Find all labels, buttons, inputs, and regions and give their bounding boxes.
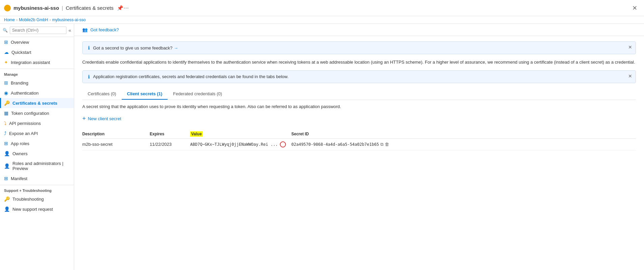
- sidebar-item-troubleshooting[interactable]: 🔑 Troubleshooting: [0, 194, 74, 204]
- cell-expires: 11/22/2023: [150, 138, 190, 150]
- sidebar-item-owners[interactable]: 👤 Owners: [0, 148, 74, 159]
- tab-client-secrets[interactable]: Client secrets (1): [122, 89, 168, 100]
- integration-icon: ✦: [4, 60, 8, 65]
- expose-api-icon: ⤴: [4, 131, 6, 136]
- feedback-link[interactable]: Got feedback?: [90, 27, 119, 32]
- banner2-close[interactable]: ✕: [628, 73, 632, 79]
- banner1-text: Got a second to give us some feedback? →: [93, 45, 178, 50]
- banner1-close[interactable]: ✕: [628, 44, 632, 50]
- title-separator: |: [62, 5, 63, 11]
- sidebar-section-support: Support + Troubleshooting: [0, 185, 74, 194]
- sidebar-item-api-permissions[interactable]: ⤵ API permissions: [0, 118, 74, 128]
- tabs: Certificates (0) Client secrets (1) Fede…: [82, 89, 636, 100]
- cell-value: ABD7Q~GKx~TJLWyqj0jjENaWWOay.Rei ...: [190, 138, 291, 150]
- main-content: 👥 Got feedback? ℹ Got a second to give u…: [74, 24, 644, 270]
- more-button[interactable]: ⋯: [123, 5, 129, 11]
- sidebar-item-roles-admin[interactable]: 👤 Roles and administrators | Preview: [0, 159, 74, 173]
- description-text: Credentials enable confidential applicat…: [82, 59, 636, 66]
- tab-certificates[interactable]: Certificates (0): [82, 89, 122, 100]
- info-banner: ℹ Application registration certificates,…: [82, 70, 636, 83]
- col-secret-id: Secret ID: [291, 130, 636, 139]
- copy-warning-circle: [280, 141, 286, 147]
- tab-description: A secret string that the application use…: [82, 104, 636, 109]
- tab-federated[interactable]: Federated credentials (0): [168, 89, 227, 100]
- sidebar-item-token-config[interactable]: ▦ Token configuration: [0, 108, 74, 118]
- sidebar-item-branding[interactable]: ⊞ Branding: [0, 78, 74, 88]
- banner2-icon: ℹ: [88, 74, 90, 79]
- banner1-icon: ℹ: [88, 45, 90, 50]
- roles-admin-icon: 👤: [4, 163, 10, 169]
- cell-description: m2b-sso-secret: [82, 138, 150, 150]
- search-icon: 🔍: [3, 28, 8, 33]
- breadcrumb-current: mybusiness-ai-sso: [52, 18, 86, 22]
- sidebar-item-app-roles[interactable]: ⊞ App roles: [0, 138, 74, 148]
- certificates-icon: 🔑: [4, 100, 10, 106]
- app-roles-icon: ⊞: [4, 141, 8, 146]
- search-input[interactable]: [10, 27, 66, 34]
- breadcrumb-org[interactable]: Mobile2b GmbH: [19, 18, 48, 22]
- secrets-table: Description Expires Value Secret ID m2b-…: [82, 130, 636, 150]
- authentication-icon: ◉: [4, 90, 8, 96]
- overview-icon: ⊞: [4, 39, 8, 45]
- branding-icon: ⊞: [4, 80, 8, 86]
- sidebar-item-integration[interactable]: ✦ Integration assistant: [0, 57, 74, 67]
- col-expires: Expires: [150, 130, 190, 139]
- close-button[interactable]: ✕: [630, 3, 640, 13]
- sidebar-item-authentication[interactable]: ◉ Authentication: [0, 88, 74, 98]
- sidebar-item-new-support[interactable]: 👤 New support request: [0, 204, 74, 214]
- sidebar-section-manage: Manage: [0, 69, 74, 78]
- sidebar-item-quickstart[interactable]: ☁ Quickstart: [0, 47, 74, 57]
- troubleshooting-icon: 🔑: [4, 196, 10, 202]
- breadcrumb: Home › Mobile2b GmbH › mybusiness-ai-sso: [0, 16, 644, 24]
- sidebar-item-expose-api[interactable]: ⤴ Expose an API: [0, 128, 74, 138]
- token-config-icon: ▦: [4, 110, 8, 116]
- breadcrumb-home[interactable]: Home: [4, 18, 15, 22]
- col-description: Description: [82, 130, 150, 139]
- feedback-banner: ℹ Got a second to give us some feedback?…: [82, 41, 636, 54]
- banner2-text: Application registration certificates, s…: [93, 74, 289, 79]
- new-secret-button[interactable]: + New client secret: [82, 113, 121, 124]
- app-name: mybusiness-ai-sso: [13, 5, 59, 11]
- sidebar-item-manifest[interactable]: ⊞ Manifest: [0, 173, 74, 183]
- owners-icon: 👤: [4, 151, 10, 156]
- manifest-icon: ⊞: [4, 176, 8, 181]
- cell-secret-id: 02a49570-9868-4a4d-a6a5-54a02b7e1b65 ⧉ 🗑: [291, 138, 636, 150]
- new-support-icon: 👤: [4, 206, 10, 212]
- app-icon: [4, 5, 11, 11]
- table-row: m2b-sso-secret 11/22/2023 ABD7Q~GKx~TJLW…: [82, 138, 636, 150]
- sidebar-collapse-button[interactable]: «: [68, 28, 71, 33]
- page-title: Certificates & secrets: [66, 5, 114, 11]
- value-text: ABD7Q~GKx~TJLWyqj0jjENaWWOay.Rei ...: [190, 142, 278, 147]
- plus-icon: +: [82, 115, 86, 122]
- sidebar: 🔍 « ⊞ Overview ☁ Quickstart ✦ Integratio…: [0, 24, 74, 270]
- sidebar-item-overview[interactable]: ⊞ Overview: [0, 37, 74, 47]
- quickstart-icon: ☁: [4, 49, 9, 55]
- col-value: Value: [190, 130, 291, 139]
- copy-secret-id-button[interactable]: ⧉: [380, 142, 383, 147]
- sidebar-item-certificates[interactable]: 🔑 Certificates & secrets: [0, 98, 74, 108]
- api-permissions-icon: ⤵: [4, 121, 6, 126]
- pin-button[interactable]: 📌: [117, 5, 123, 11]
- delete-secret-button[interactable]: 🗑: [385, 142, 389, 147]
- feedback-icon: 👥: [82, 27, 88, 32]
